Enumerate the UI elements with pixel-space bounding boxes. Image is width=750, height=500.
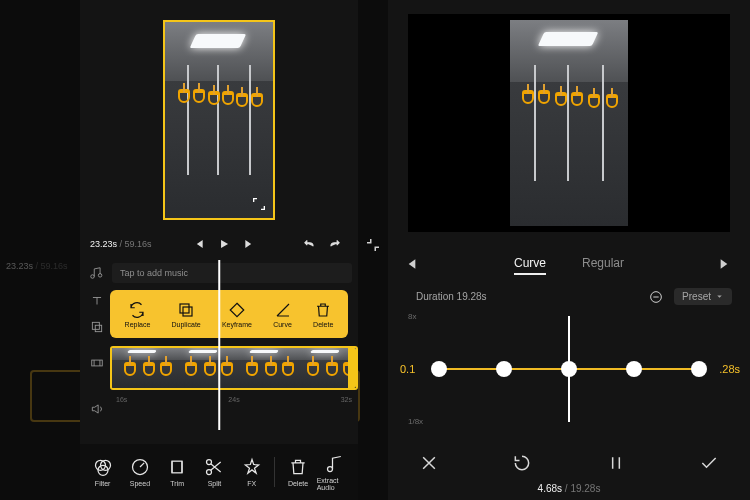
extract-audio-icon xyxy=(325,454,345,474)
trim-tool[interactable]: Trim xyxy=(159,457,196,487)
curve-timecode: 4.68s / 19.28s xyxy=(388,483,750,494)
preset-dropdown[interactable]: Preset xyxy=(674,288,732,305)
duplicate-button[interactable]: Duplicate xyxy=(172,301,201,328)
transport-bar: 23.23s / 59.16s xyxy=(80,230,358,258)
separator xyxy=(274,457,275,487)
duration-row: Duration 19.28s Preset xyxy=(416,288,732,305)
trim-icon xyxy=(167,457,187,477)
playhead[interactable] xyxy=(218,260,220,430)
clip-action-toolbar: Replace Duplicate Keyframe Curve Delete xyxy=(110,290,348,338)
speed-curve-pane: Curve Regular Duration 19.28s Preset 8x … xyxy=(388,0,750,500)
y-max-label: 8x xyxy=(408,312,416,321)
x-end-label: .28s xyxy=(719,363,740,375)
speed-tool[interactable]: Speed xyxy=(121,457,158,487)
overlay-layer-icon[interactable] xyxy=(86,316,108,338)
fx-icon xyxy=(242,457,262,477)
timeline-ruler: 16s24s32s xyxy=(110,396,358,410)
duration-label: Duration 19.28s xyxy=(416,291,487,302)
prev-clip-button[interactable] xyxy=(402,256,420,274)
next-frame-button[interactable] xyxy=(241,235,259,253)
curve-node[interactable] xyxy=(496,361,512,377)
pause-button[interactable] xyxy=(605,452,627,474)
add-music-hint[interactable]: Tap to add music xyxy=(112,263,352,283)
keyframe-icon xyxy=(228,301,246,319)
prev-frame-button[interactable] xyxy=(189,235,207,253)
preview-image xyxy=(165,22,273,218)
svg-rect-3 xyxy=(92,360,103,366)
replace-button[interactable]: Replace xyxy=(125,301,151,328)
curve-icon xyxy=(274,301,292,319)
next-clip-button[interactable] xyxy=(718,256,736,274)
delete-tool[interactable]: Delete xyxy=(279,457,316,487)
curve-controls xyxy=(418,452,720,474)
remove-keyframe-button[interactable] xyxy=(648,289,664,305)
redo-button[interactable] xyxy=(326,235,344,253)
speed-tab-row: Curve Regular xyxy=(388,248,750,282)
filter-tool[interactable]: Filter xyxy=(84,457,121,487)
split-tool[interactable]: Split xyxy=(196,457,233,487)
collapse-icon[interactable] xyxy=(364,236,382,254)
clip-layer-icon[interactable] xyxy=(86,352,108,374)
tab-regular[interactable]: Regular xyxy=(582,256,624,275)
fx-tool[interactable]: FX xyxy=(233,457,270,487)
music-icon[interactable] xyxy=(86,263,106,283)
undo-button[interactable] xyxy=(300,235,318,253)
extract-audio-tool[interactable]: Extract Audio xyxy=(317,454,354,491)
preview-image xyxy=(510,20,628,226)
trash-icon xyxy=(314,301,332,319)
filter-icon xyxy=(93,457,113,477)
duplicate-icon xyxy=(177,301,195,319)
cancel-button[interactable] xyxy=(418,452,440,474)
tab-curve[interactable]: Curve xyxy=(514,256,546,275)
trash-icon xyxy=(288,457,308,477)
curve-node[interactable] xyxy=(431,361,447,377)
curve-button[interactable]: Curve xyxy=(273,301,292,328)
reset-button[interactable] xyxy=(511,452,533,474)
svg-rect-2 xyxy=(95,325,101,331)
replace-icon xyxy=(128,301,146,319)
y-min-label: 1/8x xyxy=(408,417,423,426)
svg-rect-4 xyxy=(180,304,189,313)
svg-rect-5 xyxy=(183,307,192,316)
volume-icon[interactable] xyxy=(86,398,108,420)
curve-node[interactable] xyxy=(626,361,642,377)
fullscreen-icon[interactable] xyxy=(251,196,267,212)
curve-node[interactable] xyxy=(561,361,577,377)
x-start-label: 0.1 xyxy=(400,363,415,375)
bottom-tool-bar: Filter Speed Trim Split FX Delete Extrac… xyxy=(80,444,358,500)
svg-rect-10 xyxy=(172,461,182,473)
confirm-button[interactable] xyxy=(698,452,720,474)
keyframe-button[interactable]: Keyframe xyxy=(222,301,252,328)
speed-icon xyxy=(130,457,150,477)
text-layer-icon[interactable] xyxy=(86,290,108,312)
video-preview-selected[interactable] xyxy=(163,20,275,220)
svg-rect-1 xyxy=(92,322,99,329)
curve-node[interactable] xyxy=(691,361,707,377)
ghost-timecode: 23.23s / 59.16s xyxy=(6,261,68,271)
timecode: 23.23s / 59.16s xyxy=(90,239,152,249)
timeline-clip-selected[interactable] xyxy=(110,346,358,390)
split-icon xyxy=(204,457,224,477)
delete-clip-button[interactable]: Delete xyxy=(313,301,333,328)
video-preview[interactable] xyxy=(408,14,730,232)
speed-curve-graph[interactable]: 8x 1/8x 0.1 .28s xyxy=(398,310,740,428)
play-button[interactable] xyxy=(215,235,233,253)
editor-pane-left: 23.23s / 59.16s Tap to add music Replace xyxy=(80,0,358,500)
